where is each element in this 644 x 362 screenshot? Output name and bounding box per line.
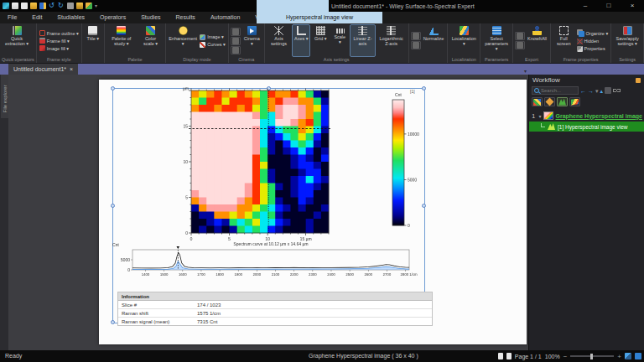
page-layout-2-icon[interactable] [506,353,512,359]
frame-outline-button[interactable]: Frame outline ▾ [39,30,80,37]
zoom-in-button[interactable]: + [617,353,621,360]
close-icon[interactable]: × [70,66,73,72]
hidden-button[interactable]: Hidden [576,38,610,44]
export-doc-button[interactable] [515,32,525,40]
color-tool-icon[interactable] [86,3,92,9]
color-scale-button[interactable]: Color scale ▾ [138,24,164,57]
filter-study-button[interactable] [557,97,568,106]
curves-button[interactable]: Curves ▾ [199,41,226,48]
frame-fill-icon [39,38,45,44]
tab-list-chevron-icon[interactable]: ▾ [524,68,527,74]
properties-button[interactable]: Properties [576,45,610,52]
ribbon-group-label: Frame style [39,57,80,63]
workflow-study-row[interactable]: 1▾Graphene Hyperspectral image [529,110,644,122]
filter-map-button[interactable] [569,97,580,106]
close-button[interactable]: × [621,0,644,12]
grid-icon [316,26,325,35]
palette-study-icon [117,26,126,35]
expander-icon[interactable]: ▾ [538,113,541,119]
axes-button[interactable]: Axes ▾ [292,24,310,57]
linear-z-axis-button[interactable]: Linear Z-axis [350,24,375,57]
cinema-button[interactable]: Cinema ▾ [242,24,262,57]
knowitall-icon [532,26,542,35]
logarithmic-z-axis-button[interactable]: Logarithmic Z-axis [377,24,407,57]
ribbon-tab-hyperspectral-image-view[interactable]: Hyperspectral image view [257,12,382,23]
workflow-view-row-selected[interactable]: [1] Hyperspectral image view [529,122,644,132]
search-icon [534,88,539,93]
page-layout-icon[interactable] [498,353,503,359]
undo-icon[interactable]: ↺ [49,3,55,9]
mini-check-button[interactable] [411,41,421,49]
collapse-all-icon[interactable]: ▾ [595,87,599,95]
export-img-button[interactable] [515,41,525,49]
scale-button[interactable]: Scale ▾ [330,24,349,57]
selection-handle[interactable] [111,204,115,208]
menu-studies[interactable]: Studies [133,12,168,23]
navigate-back-icon[interactable]: ← [580,87,586,95]
menu-operators[interactable]: Operators [92,12,133,23]
redo-icon[interactable]: ↻ [58,3,65,9]
image-button[interactable]: Image ▾ [199,34,226,40]
selection-handle[interactable] [111,320,115,324]
workflow-toolbar: ← → ▾ ▴ [529,85,644,96]
navigate-forward-icon[interactable]: → [588,87,594,95]
document-icon[interactable] [21,3,28,9]
axis-settings-button[interactable]: Axis settings [267,24,292,57]
filter-palette-button[interactable] [532,97,543,106]
save-apply-settings-button[interactable]: Save/apply settings ▾ [613,24,641,57]
arrow-icon [232,28,239,35]
hyperspectral-image[interactable] [179,86,344,242]
menu-results[interactable]: Results [169,12,203,23]
full-screen-button[interactable]: Full screen [553,24,575,57]
grid-button[interactable]: Grid ▾ [311,24,330,57]
mini-image-icon [413,33,419,39]
workflow-search[interactable] [532,86,579,95]
title-button[interactable]: Title ▾ [84,24,102,57]
menu-studiables[interactable]: Studiables [49,12,92,23]
organize-button[interactable]: Organize ▾ [576,29,610,37]
save-icon[interactable] [39,3,46,9]
selection-handle[interactable] [111,86,115,90]
mini-image-button[interactable] [411,32,421,40]
knowitall-button[interactable]: KnowItAll [526,24,548,57]
filter-operator-button[interactable] [544,97,555,106]
zoom-slider-thumb[interactable] [590,354,593,359]
ribbon-group: Normalize [409,23,449,63]
document-tab[interactable]: Untitled document1* × [8,64,78,75]
enhancement-button[interactable]: Enhancement ▾ [168,24,198,57]
study-label[interactable]: Graphene Hyperspectral image [556,113,643,119]
workspace-folder-icon[interactable] [76,3,83,9]
fit-width-icon[interactable] [635,353,641,359]
panel-pin-icon[interactable] [636,78,641,83]
normalize-button[interactable]: Normalize [422,24,446,57]
maximize-button[interactable]: □ [597,0,621,12]
arrow-button[interactable] [231,28,241,36]
frame-fill-button[interactable]: Frame fill ▾ [39,38,80,44]
qat-customize-chevron-icon[interactable]: ▾ [95,3,101,9]
arrow-button[interactable] [231,46,241,54]
arrow-button[interactable] [231,37,241,45]
search-input[interactable] [541,88,574,93]
quick-extraction-button[interactable]: Quick extraction ▾ [2,24,32,57]
palette-of-study-button[interactable]: Palette of study ▾ [106,24,137,57]
expand-up-icon[interactable]: ▴ [600,87,604,95]
link-frames-icon[interactable] [613,88,621,93]
table-row: Raman signal (mean)7315 Cnt [118,318,432,325]
zoom-slider[interactable] [570,355,614,357]
localization-button[interactable]: Localization ▾ [449,24,478,57]
menu-edit[interactable]: Edit [24,12,49,23]
print-icon[interactable] [67,3,74,9]
minimize-button[interactable]: – [574,0,597,12]
quick-access-toolbar: ↺ ↻ ▾ [0,3,101,9]
open-folder-icon[interactable] [30,3,37,9]
select-parameters-button[interactable]: Select parameters ▾ [482,24,511,57]
spectrum-plot[interactable] [111,241,438,285]
fit-page-icon[interactable] [625,353,631,359]
menu-file[interactable]: File [0,12,24,23]
new-document-icon[interactable] [12,3,18,9]
file-explorer-tab[interactable]: File explorer [3,80,8,117]
image-fill-button[interactable]: Image fill ▾ [39,45,80,52]
menu-automation[interactable]: Automation [203,12,247,23]
view-options-icon[interactable] [605,87,611,94]
zoom-out-button[interactable]: − [564,353,568,360]
